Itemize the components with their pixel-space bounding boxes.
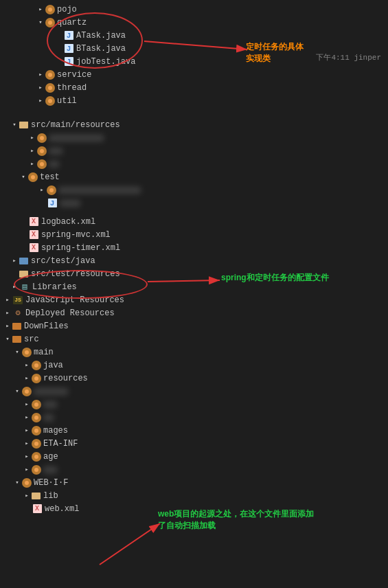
pkg-icon-webapp-meta-inf xyxy=(32,439,41,449)
arrow-webapp-sub1 xyxy=(22,400,32,409)
arrow-test xyxy=(19,172,28,182)
tree-item-res-sub1[interactable] xyxy=(0,131,388,144)
label-src-test-resources: src/test/resources xyxy=(31,269,120,279)
arrow-lib xyxy=(22,491,32,501)
tree-item-main[interactable]: main xyxy=(0,346,388,359)
tree-item-pojo[interactable]: pojo xyxy=(0,3,388,16)
xml-icon-web-xml xyxy=(32,504,43,514)
arrow-downfiles xyxy=(3,321,12,331)
tree-item-lib[interactable]: lib xyxy=(0,489,388,502)
tree-item-java[interactable]: java xyxy=(0,359,388,372)
label-atask: ATask.java xyxy=(76,31,126,41)
tree-item-test-sub1[interactable] xyxy=(0,183,388,196)
label-thread: thread xyxy=(57,83,87,93)
label-resources-sub: resources xyxy=(43,374,88,383)
folder-icon-src-test-java xyxy=(19,258,28,264)
tree-item-src-main-resources[interactable]: src/main/resources xyxy=(0,118,388,131)
pkg-icon-main xyxy=(22,348,32,357)
tree-item-src-test-java[interactable]: src/test/java xyxy=(0,254,388,267)
tree-item-res-sub3[interactable] xyxy=(0,157,388,170)
arrow-res-sub3 xyxy=(27,159,37,169)
tree-item-webapp-sub2[interactable] xyxy=(0,411,388,424)
label-quartz: quartz xyxy=(57,18,87,27)
blurred-label-3 xyxy=(49,161,59,168)
label-deployed-resources: Deployed Resources xyxy=(25,308,115,318)
pkg-icon-test xyxy=(28,172,38,182)
pkg-icon-web-inf xyxy=(22,478,32,488)
tree-item-spring-timer[interactable]: spring-timer.xml xyxy=(0,241,388,254)
tree-item-webapp-images[interactable]: mages xyxy=(0,424,388,437)
tree-item-resources-sub[interactable]: resources xyxy=(0,372,388,385)
pkg-icon-webapp-page xyxy=(32,452,41,462)
tree-item-res-sub2[interactable] xyxy=(0,144,388,157)
xml-icon-spring-mvc xyxy=(28,229,39,240)
package-icon-util xyxy=(45,96,55,106)
arrow-util xyxy=(36,96,45,106)
tree-item-deployed-resources[interactable]: Deployed Resources xyxy=(0,306,388,319)
tree-item-web-inf[interactable]: WEB·I·F xyxy=(0,476,388,489)
label-webapp-page: age xyxy=(43,452,58,462)
arrow-webapp-images xyxy=(22,426,32,436)
folder-icon-lib xyxy=(32,493,41,499)
arrow-webapp-int xyxy=(22,465,32,475)
tree-item-src[interactable]: src xyxy=(0,332,388,346)
package-icon-quartz xyxy=(45,18,55,27)
arrow-webapp-page xyxy=(22,452,32,462)
tree-item-webapp-page[interactable]: age xyxy=(0,450,388,463)
blurred-label-1 xyxy=(49,135,104,142)
tree-item-webapp-meta-inf[interactable]: ETA-INF xyxy=(0,437,388,450)
js-icon-js-resources xyxy=(12,295,23,306)
tree-item-libraries[interactable]: Libraries xyxy=(0,280,388,293)
pkg-icon-webapp xyxy=(22,387,32,396)
package-icon-pojo xyxy=(45,5,55,14)
tree-item-webapp-int[interactable] xyxy=(0,463,388,476)
arrow-btask xyxy=(54,44,63,54)
arrow-js-resources xyxy=(3,295,12,305)
arrow-web-inf xyxy=(12,478,22,488)
arrow-src-test-resources xyxy=(10,269,19,279)
tree-item-service[interactable]: service xyxy=(0,68,388,81)
label-webapp-meta-inf: ETA-INF xyxy=(43,439,78,449)
arrow-main xyxy=(12,348,22,357)
tree-item-webapp[interactable] xyxy=(0,385,388,398)
tree-item-downfiles[interactable]: DownFiles xyxy=(0,319,388,332)
pkg-icon-resources-sub xyxy=(32,374,41,383)
label-spring-timer: spring-timer.xml xyxy=(41,243,120,253)
label-downfiles: DownFiles xyxy=(24,321,69,331)
pkg-icon-webapp-sub2 xyxy=(32,413,41,422)
java-icon-test-sub2 xyxy=(47,198,58,209)
label-spring-mvc: spring-mvc.xml xyxy=(41,230,111,240)
arrow-pojo xyxy=(36,5,45,14)
tree-item-atask[interactable]: ATask.java xyxy=(0,29,388,42)
lib-icon-libraries xyxy=(19,282,30,293)
label-service: service xyxy=(57,70,91,80)
blurred-webapp xyxy=(34,388,68,395)
label-lib: lib xyxy=(43,491,58,501)
tree-item-test[interactable]: test xyxy=(0,170,388,183)
timestamp-text: 下午4:11 jinper xyxy=(316,54,381,62)
arrow-logback xyxy=(19,217,28,227)
tree-item-thread[interactable]: thread xyxy=(0,81,388,94)
deploy-icon-deployed-resources xyxy=(12,308,23,319)
arrow-libraries xyxy=(10,282,19,292)
tree-item-util[interactable]: util xyxy=(0,94,388,107)
label-src-main-resources: src/main/resources xyxy=(31,120,120,130)
tree-item-logback[interactable]: logback.xml xyxy=(0,215,388,228)
arrow-res-sub2 xyxy=(27,146,37,156)
blurred-test-sub1 xyxy=(58,187,141,194)
label-pojo: pojo xyxy=(57,5,77,14)
tree-item-test-sub2[interactable] xyxy=(0,196,388,210)
pkg-icon-res-sub1 xyxy=(37,133,47,143)
pkg-icon-webapp-int xyxy=(32,465,41,475)
tree-item-quartz[interactable]: quartz xyxy=(0,16,388,29)
label-java: java xyxy=(43,361,63,370)
package-icon-service xyxy=(45,70,55,80)
tree-item-webapp-sub1[interactable] xyxy=(0,398,388,411)
spring-annotation-text: spring和定时任务的配置文件 xyxy=(221,272,329,284)
label-js-resources: JavaScript Resources xyxy=(25,295,124,305)
tree-item-js-resources[interactable]: JavaScript Resources xyxy=(0,293,388,306)
tree-item-src-test-resources[interactable]: src/test/resources xyxy=(0,267,388,280)
arrow-web-xml xyxy=(22,504,32,514)
tree-item-spring-mvc[interactable]: spring-mvc.xml xyxy=(0,228,388,241)
blurred-label-2 xyxy=(49,148,62,155)
